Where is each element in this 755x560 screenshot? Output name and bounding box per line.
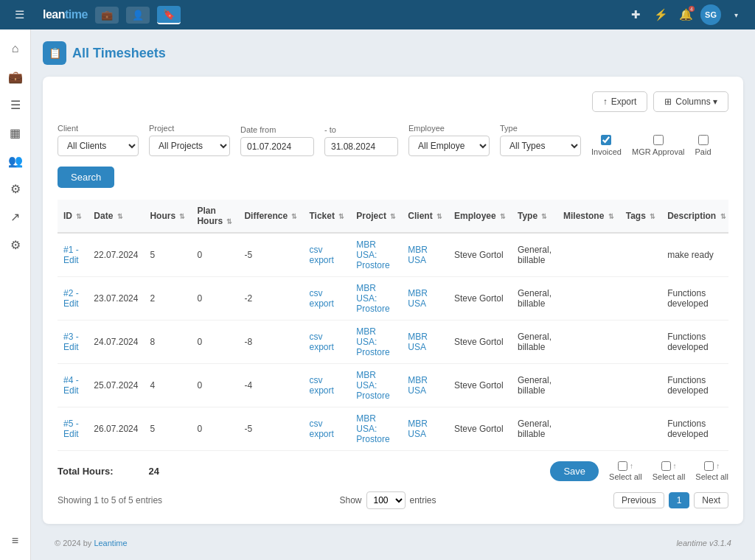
mgr-select-all-checkbox[interactable] (661, 461, 671, 471)
mgr-approval-check-label: MGR Approval (632, 147, 685, 156)
cell-ticket-3: csv export (303, 364, 350, 407)
employee-select[interactable]: All Employe (408, 136, 490, 156)
row-client-link-4[interactable]: MBR USA (408, 419, 428, 439)
sidebar-item-puzzle[interactable]: ⚙ (4, 177, 27, 200)
sidebar-item-briefcase[interactable]: 💼 (4, 65, 27, 88)
plus-icon[interactable]: ✚ (625, 4, 646, 25)
date-from-input[interactable] (240, 137, 314, 156)
type-filter: Type All Types (500, 124, 581, 156)
type-select[interactable]: All Types (500, 136, 581, 156)
export-button[interactable]: ↑ Export (592, 91, 648, 112)
invoiced-checkbox[interactable] (601, 135, 611, 145)
sidebar-item-list[interactable]: ☰ (4, 93, 27, 116)
invoiced-check-label: Invoiced (591, 147, 622, 156)
row-client-link-0[interactable]: MBR USA (408, 245, 428, 265)
search-button[interactable]: Search (58, 167, 114, 188)
nav-tab-users[interactable]: 👤 (126, 7, 150, 24)
row-ticket-link-1[interactable]: csv export (309, 288, 333, 309)
client-label: Client (58, 124, 139, 133)
row-project-link-1[interactable]: MBR USA: Prostore (356, 283, 389, 314)
bell-icon[interactable]: 🔔 4 (675, 4, 696, 25)
col-date[interactable]: Date ⇅ (88, 200, 144, 233)
total-value: 24 (149, 466, 159, 477)
cell-client-3: MBR USA (402, 364, 448, 407)
col-milestone[interactable]: Milestone ⇅ (557, 200, 620, 233)
show-select[interactable]: 100 50 25 (366, 491, 406, 509)
cell-type-0: General, billable (512, 233, 557, 277)
row-id-link-1[interactable]: #2 - Edit (63, 288, 79, 309)
mgr-approval-checkbox[interactable] (653, 135, 664, 145)
row-ticket-link-0[interactable]: csv export (309, 245, 333, 265)
col-hours[interactable]: Hours ⇅ (144, 200, 191, 233)
columns-button[interactable]: ⊞ Columns ▾ (653, 91, 728, 112)
footer-brand-link[interactable]: Leantime (94, 539, 127, 547)
row-client-link-3[interactable]: MBR USA (408, 375, 428, 396)
toolbar: ↑ Export ⊞ Columns ▾ (58, 91, 728, 112)
sidebar-item-grid[interactable]: ▦ (4, 121, 27, 144)
row-id-link-2[interactable]: #3 - Edit (63, 332, 79, 352)
col-ticket[interactable]: Ticket ⇅ (303, 200, 350, 233)
row-client-link-1[interactable]: MBR USA (408, 288, 428, 309)
col-project[interactable]: Project ⇅ (350, 200, 402, 233)
col-plan-hours[interactable]: PlanHours ⇅ (191, 200, 238, 233)
cell-date-1: 23.07.2024 (88, 277, 144, 321)
checkbox-filters: Invoiced MGR Approval Paid (591, 135, 711, 156)
row-ticket-link-2[interactable]: csv export (309, 332, 333, 352)
bolt-icon[interactable]: ⚡ (650, 4, 671, 25)
cell-plan-hours-2: 0 (191, 321, 238, 364)
mgr-select-all-group: ↑ Select all (653, 461, 686, 481)
cell-client-4: MBR USA (402, 407, 448, 451)
col-type[interactable]: Type ⇅ (512, 200, 557, 233)
row-id-link-0[interactable]: #1 - Edit (63, 245, 79, 265)
nav-tab-briefcase[interactable]: 💼 (95, 7, 119, 24)
project-select[interactable]: All Projects (149, 136, 230, 156)
cell-type-1: General, billable (512, 277, 557, 321)
page-1-button[interactable]: 1 (669, 492, 690, 508)
paid-checkbox[interactable] (698, 135, 709, 145)
row-project-link-2[interactable]: MBR USA: Prostore (356, 326, 389, 357)
avatar[interactable]: SG (700, 4, 721, 25)
sidebar-item-settings[interactable]: ⚙ (4, 233, 27, 256)
table-wrap: ID ⇅ Date ⇅ Hours ⇅ PlanHours ⇅ Differen… (58, 200, 728, 451)
sidebar-item-home[interactable]: ⌂ (4, 37, 27, 60)
cell-client-2: MBR USA (402, 321, 448, 364)
row-project-link-4[interactable]: MBR USA: Prostore (356, 413, 389, 444)
row-id-link-4[interactable]: #5 - Edit (63, 419, 79, 439)
nav-tab-bookmark[interactable]: 🔖 (157, 6, 181, 24)
menu-icon[interactable]: ☰ (9, 4, 29, 25)
row-project-link-3[interactable]: MBR USA: Prostore (356, 370, 389, 401)
col-tags[interactable]: Tags ⇅ (620, 200, 661, 233)
col-description[interactable]: Description ⇅ (661, 200, 728, 233)
paid-select-all-group: ↑ Select all (695, 461, 728, 481)
sidebar-item-users[interactable]: 👥 (4, 149, 27, 172)
table-row: #4 - Edit 25.07.2024 4 0 -4 csv export M… (58, 364, 728, 407)
row-project-link-0[interactable]: MBR USA: Prostore (356, 239, 389, 270)
client-select[interactable]: All Clients (58, 136, 139, 156)
row-id-link-3[interactable]: #4 - Edit (63, 375, 79, 396)
cell-employee-4: Steve Gortol (448, 407, 512, 451)
row-ticket-link-3[interactable]: csv export (309, 375, 333, 396)
prev-button[interactable]: Previous (613, 492, 664, 508)
footer-copy: © 2024 by Leantime (55, 539, 128, 547)
sidebar-item-menu[interactable]: ≡ (4, 529, 27, 553)
date-to-input[interactable] (324, 137, 398, 156)
col-employee[interactable]: Employee ⇅ (448, 200, 512, 233)
cell-ticket-2: csv export (303, 321, 350, 364)
col-id[interactable]: ID ⇅ (58, 200, 88, 233)
col-difference[interactable]: Difference ⇅ (238, 200, 303, 233)
cell-ticket-1: csv export (303, 277, 350, 321)
row-client-link-2[interactable]: MBR USA (408, 332, 428, 352)
col-client[interactable]: Client ⇅ (402, 200, 448, 233)
filters: Client All Clients Project All Projects … (58, 124, 728, 188)
mgr-select-all-label: Select all (653, 472, 686, 481)
pagination-center: Show 100 50 25 entries (339, 491, 436, 509)
next-button[interactable]: Next (694, 492, 728, 508)
invoiced-select-all-checkbox[interactable] (618, 461, 627, 471)
sidebar-item-share[interactable]: ↗ (4, 205, 27, 228)
paid-select-all-checkbox[interactable] (704, 461, 714, 471)
avatar-chevron[interactable]: ▾ (726, 4, 746, 25)
save-button[interactable]: Save (550, 461, 599, 481)
cell-description-0: make ready (661, 233, 728, 277)
row-ticket-link-4[interactable]: csv export (309, 419, 333, 439)
date-to-filter: - to (324, 125, 398, 156)
